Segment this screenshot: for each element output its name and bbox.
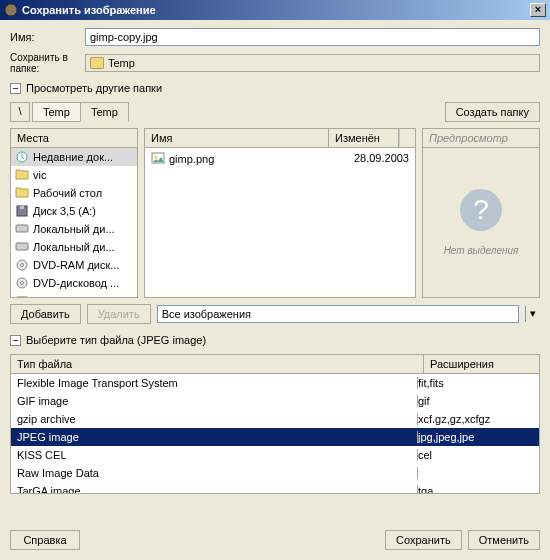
place-item[interactable]: Рабочий стол [11, 184, 137, 202]
minus-icon: − [10, 335, 21, 346]
file-list[interactable]: gimp.png28.09.2003 [145, 148, 415, 170]
scrollbar[interactable] [399, 129, 415, 147]
type-header-name[interactable]: Тип файла [11, 355, 424, 373]
type-header-ext[interactable]: Расширения [424, 355, 539, 373]
preview-empty-text: Нет выделения [444, 245, 519, 256]
help-button[interactable]: Справка [10, 530, 80, 550]
type-name: Flexible Image Transport System [17, 377, 418, 389]
type-name: JPEG image [17, 431, 418, 443]
filetype-table[interactable]: Тип файла Расширения Flexible Image Tran… [10, 354, 540, 494]
type-ext: xcf.gz,gz,xcfgz [418, 413, 533, 425]
drive-icon [15, 240, 29, 254]
file-date: 28.09.2003 [339, 152, 409, 166]
places-panel: Места Недавние док...vicРабочий столДиск… [10, 128, 138, 298]
places-header: Места [11, 129, 137, 148]
question-icon: ? [460, 189, 502, 231]
window-title: Сохранить изображение [22, 4, 530, 16]
cancel-button[interactable]: Отменить [468, 530, 540, 550]
titlebar: Сохранить изображение × [0, 0, 550, 20]
type-name: Raw Image Data [17, 467, 418, 479]
app-icon [4, 3, 18, 17]
path-back-button[interactable]: \ [10, 102, 30, 122]
chevron-down-icon[interactable]: ▾ [525, 306, 540, 322]
place-label: Недавние док... [33, 151, 113, 163]
place-label: DVD-RAM диск... [33, 259, 119, 271]
file-name: gimp.png [169, 153, 214, 165]
filetype-row[interactable]: GIF imagegif [11, 392, 539, 410]
image-icon [151, 152, 165, 166]
file-item[interactable]: gimp.png28.09.2003 [147, 150, 413, 168]
drive-icon [15, 294, 29, 297]
svg-rect-5 [16, 243, 28, 250]
place-label: DVD-дисковод ... [33, 277, 119, 289]
folder-value: Temp [108, 57, 135, 69]
type-ext: cel [418, 449, 533, 461]
place-label: 3V (H:) [33, 295, 68, 297]
path-tab-1[interactable]: Temp [80, 102, 129, 122]
place-label: vic [33, 169, 46, 181]
type-name: TarGA image [17, 485, 418, 494]
type-name: GIF image [17, 395, 418, 407]
place-label: Локальный ди... [33, 223, 115, 235]
floppy-icon [15, 204, 29, 218]
svg-point-9 [21, 282, 24, 285]
file-header-modified[interactable]: Изменён [329, 129, 399, 147]
name-label: Имя: [10, 31, 85, 43]
filetype-row[interactable]: gzip archivexcf.gz,gz,xcfgz [11, 410, 539, 428]
filetype-expander-label: Выберите тип файла (JPEG image) [26, 334, 206, 346]
folder-combo[interactable]: Temp [85, 54, 540, 72]
place-label: Рабочий стол [33, 187, 102, 199]
filetype-row[interactable]: TarGA imagetga [11, 482, 539, 494]
drive-icon [15, 222, 29, 236]
svg-point-7 [21, 264, 24, 267]
recent-icon [15, 150, 29, 164]
add-button[interactable]: Добавить [10, 304, 81, 324]
place-label: Локальный ди... [33, 241, 115, 253]
create-folder-button[interactable]: Создать папку [445, 102, 540, 122]
place-item[interactable]: Локальный ди... [11, 238, 137, 256]
filetype-row[interactable]: JPEG imagejpg,jpeg,jpe [11, 428, 539, 446]
filetype-expander[interactable]: − Выберите тип файла (JPEG image) [10, 334, 540, 346]
places-list[interactable]: Недавние док...vicРабочий столДиск 3,5 (… [11, 148, 137, 297]
filetype-row[interactable]: Flexible Image Transport Systemfit,fits [11, 374, 539, 392]
file-header-name[interactable]: Имя [145, 129, 329, 147]
filter-combo[interactable]: Все изображения [157, 305, 519, 323]
browse-expander-label: Просмотреть другие папки [26, 82, 162, 94]
filename-input[interactable] [85, 28, 540, 46]
place-item[interactable]: vic [11, 166, 137, 184]
preview-panel: Предпросмотр ? Нет выделения [422, 128, 540, 298]
type-ext: jpg,jpeg,jpe [418, 431, 533, 443]
place-item[interactable]: Диск 3,5 (A:) [11, 202, 137, 220]
svg-point-12 [155, 156, 158, 159]
place-label: Диск 3,5 (A:) [33, 205, 96, 217]
browse-folders-expander[interactable]: − Просмотреть другие папки [10, 82, 540, 94]
type-ext [418, 467, 533, 479]
folder-icon [90, 57, 104, 69]
place-item[interactable]: Недавние док... [11, 148, 137, 166]
place-item[interactable]: DVD-RAM диск... [11, 256, 137, 274]
type-ext: fit,fits [418, 377, 533, 389]
cd-icon [15, 258, 29, 272]
minus-icon: − [10, 83, 21, 94]
svg-rect-4 [16, 225, 28, 232]
filter-value: Все изображения [162, 308, 514, 320]
type-ext: gif [418, 395, 533, 407]
place-item[interactable]: 3V (H:) [11, 292, 137, 297]
svg-point-0 [5, 4, 17, 16]
type-name: gzip archive [17, 413, 418, 425]
cd-icon [15, 276, 29, 290]
remove-button: Удалить [87, 304, 151, 324]
save-button[interactable]: Сохранить [385, 530, 462, 550]
type-ext: tga [418, 485, 533, 494]
filetype-row[interactable]: Raw Image Data [11, 464, 539, 482]
filetype-row[interactable]: KISS CELcel [11, 446, 539, 464]
place-item[interactable]: Локальный ди... [11, 220, 137, 238]
folder-icon [15, 168, 29, 182]
svg-rect-3 [20, 206, 24, 209]
path-tab-0[interactable]: Temp [32, 102, 81, 122]
desktop-icon [15, 186, 29, 200]
place-item[interactable]: DVD-дисковод ... [11, 274, 137, 292]
file-panel: Имя Изменён gimp.png28.09.2003 [144, 128, 416, 298]
type-name: KISS CEL [17, 449, 418, 461]
close-button[interactable]: × [530, 3, 546, 17]
